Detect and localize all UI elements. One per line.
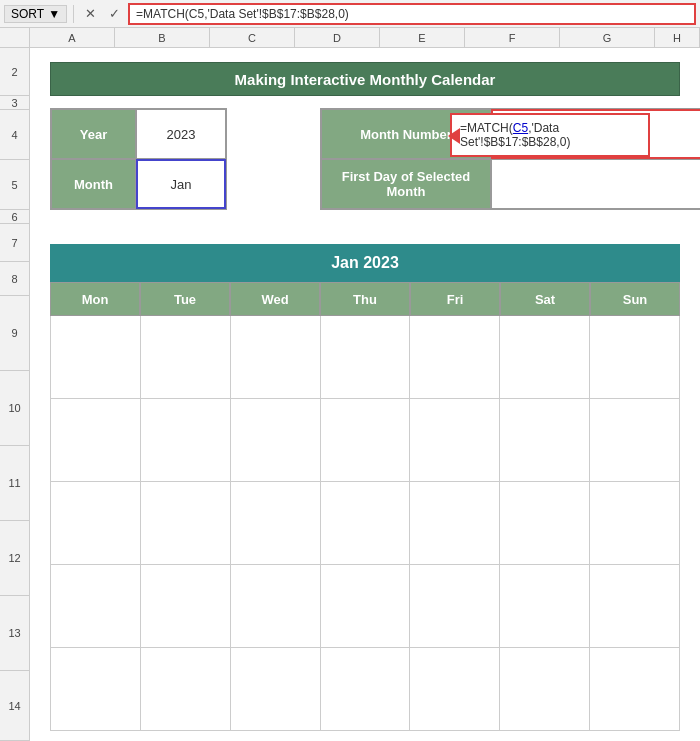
row-num-8: 8 <box>0 262 29 296</box>
calendar-title: Making Interactive Monthly Calendar <box>50 62 680 96</box>
calendar-week-2 <box>50 399 680 482</box>
row-num-4: 4 <box>0 110 29 160</box>
cal-cell-2-4[interactable] <box>321 399 411 481</box>
col-header-a[interactable]: A <box>30 28 115 47</box>
cal-cell-5-7[interactable] <box>590 648 680 730</box>
spreadsheet: SORT ▼ ✕ ✓ =MATCH(C5,'Data Set'!$B$17:$B… <box>0 0 700 741</box>
cal-cell-4-3[interactable] <box>231 565 321 647</box>
row-num-3: 3 <box>0 96 29 110</box>
day-header-fri: Fri <box>410 282 500 316</box>
row-num-9: 9 <box>0 296 29 371</box>
calendar-weeks <box>50 316 680 731</box>
cal-cell-5-5[interactable] <box>410 648 500 730</box>
day-header-thu: Thu <box>320 282 410 316</box>
row-num-10: 10 <box>0 371 29 446</box>
year-value[interactable]: 2023 <box>136 109 226 159</box>
toolbar-separator <box>73 5 74 23</box>
corner-header <box>0 28 30 47</box>
cal-cell-1-4[interactable] <box>321 316 411 398</box>
row-numbers: 2 3 4 5 6 7 8 9 10 11 12 13 14 <box>0 48 30 741</box>
col-header-g[interactable]: G <box>560 28 655 47</box>
cal-cell-5-3[interactable] <box>231 648 321 730</box>
cal-cell-2-3[interactable] <box>231 399 321 481</box>
cal-cell-3-6[interactable] <box>500 482 590 564</box>
cal-cell-2-2[interactable] <box>141 399 231 481</box>
calendar-week-4 <box>50 565 680 648</box>
sort-dropdown[interactable]: SORT ▼ <box>4 5 67 23</box>
month-label: Month <box>51 159 136 209</box>
day-header-sun: Sun <box>590 282 680 316</box>
formula-popup-arrow <box>448 128 460 144</box>
cal-cell-5-1[interactable] <box>50 648 141 730</box>
cal-cell-2-6[interactable] <box>500 399 590 481</box>
cal-cell-3-5[interactable] <box>410 482 500 564</box>
year-row: Year 2023 <box>51 109 226 159</box>
main-content: Making Interactive Monthly Calendar Year… <box>30 48 700 741</box>
cal-cell-4-1[interactable] <box>50 565 141 647</box>
col-header-b[interactable]: B <box>115 28 210 47</box>
row-num-2: 2 <box>0 48 29 96</box>
calendar-month-text: Jan 2023 <box>331 254 399 272</box>
cal-cell-3-3[interactable] <box>231 482 321 564</box>
row-num-7: 7 <box>0 224 29 262</box>
row-num-13: 13 <box>0 596 29 671</box>
row-num-11: 11 <box>0 446 29 521</box>
cal-cell-1-1[interactable] <box>50 316 141 398</box>
day-header-mon: Mon <box>50 282 140 316</box>
cal-cell-2-7[interactable] <box>590 399 680 481</box>
cal-cell-2-5[interactable] <box>410 399 500 481</box>
cal-cell-4-7[interactable] <box>590 565 680 647</box>
calendar-month-header: Jan 2023 <box>50 244 680 282</box>
col-header-e[interactable]: E <box>380 28 465 47</box>
cal-cell-4-2[interactable] <box>141 565 231 647</box>
formula-bar[interactable]: =MATCH(C5,'Data Set'!$B$17:$B$28,0) <box>128 3 696 25</box>
calendar-week-5 <box>50 648 680 731</box>
col-header-f[interactable]: F <box>465 28 560 47</box>
info-grid-left: Year 2023 Month Jan <box>50 108 227 210</box>
check-icon: ✓ <box>109 6 120 21</box>
cal-cell-5-4[interactable] <box>321 648 411 730</box>
day-header-sat: Sat <box>500 282 590 316</box>
cal-cell-1-6[interactable] <box>500 316 590 398</box>
row-num-12: 12 <box>0 521 29 596</box>
row-num-14: 14 <box>0 671 29 741</box>
first-day-row: First Day of Selected Month <box>321 159 700 209</box>
cal-cell-5-2[interactable] <box>141 648 231 730</box>
cal-cell-4-4[interactable] <box>321 565 411 647</box>
col-header-c[interactable]: C <box>210 28 295 47</box>
cancel-button[interactable]: ✕ <box>80 4 100 24</box>
close-icon: ✕ <box>85 6 96 21</box>
column-headers: A B C D E F G H <box>0 28 700 48</box>
cal-cell-3-2[interactable] <box>141 482 231 564</box>
cal-cell-1-5[interactable] <box>410 316 500 398</box>
cal-cell-3-4[interactable] <box>321 482 411 564</box>
cal-cell-2-1[interactable] <box>50 399 141 481</box>
row-num-6: 6 <box>0 210 29 224</box>
month-row: Month Jan <box>51 159 226 209</box>
row-num-5: 5 <box>0 160 29 210</box>
col-header-h[interactable]: H <box>655 28 700 47</box>
formula-popup: =MATCH(C5,'Data Set'!$B$17:$B$28,0) <box>450 113 650 157</box>
calendar-week-1 <box>50 316 680 399</box>
cal-cell-4-6[interactable] <box>500 565 590 647</box>
confirm-button[interactable]: ✓ <box>104 4 124 24</box>
month-value[interactable]: Jan <box>136 159 226 209</box>
day-header-wed: Wed <box>230 282 320 316</box>
formula-popup-prefix: =MATCH( <box>460 121 513 135</box>
col-header-d[interactable]: D <box>295 28 380 47</box>
cal-cell-3-7[interactable] <box>590 482 680 564</box>
title-text: Making Interactive Monthly Calendar <box>235 71 496 88</box>
day-headers: Mon Tue Wed Thu Fri Sat Sun <box>50 282 680 316</box>
first-day-value[interactable] <box>491 159 700 209</box>
grid-body: 2 3 4 5 6 7 8 9 10 11 12 13 14 Making In… <box>0 48 700 741</box>
cal-cell-5-6[interactable] <box>500 648 590 730</box>
cal-cell-3-1[interactable] <box>50 482 141 564</box>
toolbar: SORT ▼ ✕ ✓ =MATCH(C5,'Data Set'!$B$17:$B… <box>0 0 700 28</box>
cal-cell-1-7[interactable] <box>590 316 680 398</box>
cal-cell-1-2[interactable] <box>141 316 231 398</box>
sort-dropdown-arrow: ▼ <box>48 7 60 21</box>
year-label: Year <box>51 109 136 159</box>
cal-cell-1-3[interactable] <box>231 316 321 398</box>
formula-popup-ref: C5 <box>513 121 528 135</box>
cal-cell-4-5[interactable] <box>410 565 500 647</box>
